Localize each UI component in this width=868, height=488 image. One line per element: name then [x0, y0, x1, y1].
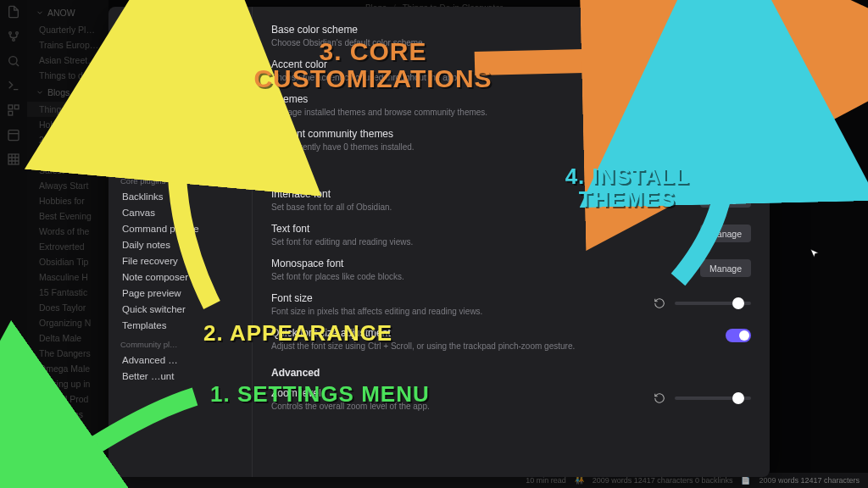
svg-point-2	[13, 39, 15, 42]
manage-button[interactable]: Manage	[700, 225, 751, 242]
svg-rect-7	[8, 130, 19, 141]
fork-icon[interactable]	[7, 30, 20, 46]
section-heading: Font	[271, 158, 751, 183]
file-explorer: ANOW Quarterly Pl… Trains Europ… Asian S…	[27, 0, 108, 488]
manage-button[interactable]: Manage	[700, 190, 751, 208]
list-item[interactable]: Waking up in	[27, 376, 108, 391]
list-item[interactable]: Masculine H	[27, 269, 108, 285]
setting-label: Font size	[271, 292, 639, 304]
sidebar-item-quick-switcher[interactable]: Quick switcher	[115, 301, 245, 317]
list-item[interactable]: Things to do…	[27, 68, 108, 83]
sidebar-item-file-recovery[interactable]: File recovery	[115, 252, 245, 269]
sidebar-item-page-preview[interactable]: Page preview	[115, 285, 245, 301]
sidebar-item-command-palette[interactable]: Command palette	[115, 220, 245, 236]
list-item[interactable]: Obsidian Tip	[27, 254, 108, 269]
sidebar-item-note-composer[interactable]: Note composer	[115, 269, 245, 285]
reset-icon[interactable]	[649, 294, 670, 313]
setting-label: Interface font	[271, 188, 690, 200]
reset-icon[interactable]	[710, 60, 731, 79]
list-item[interactable]: 15 Fantastic	[27, 285, 108, 300]
settings-modal: ✕ Search settings... Options Editor File…	[108, 7, 770, 477]
setting-label: Themes	[271, 93, 590, 105]
calendar-icon[interactable]	[7, 128, 20, 144]
sidebar-item-community-plugins[interactable]: Communit…	[115, 153, 245, 169]
setting-label: Quick font size adjustment	[271, 327, 715, 339]
list-item[interactable]: Best Evening	[27, 208, 108, 224]
list-item[interactable]: Always Start	[27, 178, 108, 193]
sidebar-item-advanced[interactable]: Advanced …	[115, 352, 245, 368]
section-heading: Advanced	[271, 357, 751, 382]
list-item[interactable]: Take Bible N	[27, 147, 108, 163]
svg-rect-4	[8, 105, 13, 109]
list-item[interactable]: Safest Trave	[27, 163, 108, 178]
svg-rect-5	[14, 105, 19, 109]
sidebar-item-templates[interactable]: Templates	[115, 317, 245, 333]
sidebar-item-hotkeys[interactable]: Hotkeys	[115, 105, 245, 121]
settings-sidebar: Search settings... Options Editor Files …	[108, 7, 253, 477]
table-icon[interactable]	[7, 152, 20, 169]
reset-icon[interactable]	[649, 389, 670, 408]
cursor-icon	[809, 247, 821, 263]
sidebar-item-canvas[interactable]: Canvas	[115, 204, 245, 220]
sidebar-item-about[interactable]: About	[115, 121, 245, 137]
zoom-slider[interactable]	[675, 396, 751, 400]
sidebar-item-better[interactable]: Better …unt	[115, 368, 245, 384]
svg-rect-6	[8, 111, 13, 115]
setting-label: Text font	[271, 223, 690, 235]
setting-label: Base color scheme	[271, 24, 682, 36]
svg-point-1	[16, 32, 19, 35]
quick-font-toggle[interactable]	[726, 329, 751, 342]
terminal-icon[interactable]	[7, 79, 20, 95]
themes-dropdown[interactable]: Default	[626, 95, 695, 114]
list-item[interactable]: Words of the	[27, 224, 108, 239]
setting-label: Current community themes	[271, 128, 751, 140]
list-item[interactable]: Hobbies for	[27, 193, 108, 208]
svg-point-3	[9, 57, 17, 64]
search-input[interactable]: Search settings...	[115, 15, 245, 31]
vault-icon[interactable]	[7, 423, 20, 439]
sidebar-item-backlinks[interactable]: Backlinks	[115, 188, 245, 204]
setting-label: Monospace font	[271, 258, 690, 269]
list-item[interactable]: Organizing N	[27, 315, 108, 330]
setting-label: Accent color	[271, 58, 700, 70]
list-item[interactable]: Quarterly Pl…	[27, 22, 108, 37]
list-item[interactable]: Trains Europ…	[27, 37, 108, 53]
list-item[interactable]: The Dangers	[27, 346, 108, 361]
left-ribbon	[0, 0, 27, 488]
sidebar-item-appearance[interactable]: Appearance	[115, 89, 245, 105]
list-item[interactable]: Asian Street…	[27, 53, 108, 68]
font-size-slider[interactable]	[675, 302, 751, 305]
search-icon[interactable]	[7, 54, 20, 70]
setting-label: Zoom level	[271, 387, 639, 399]
sidebar-item-core-plugins[interactable]: Core plugin	[115, 137, 245, 153]
svg-point-11	[122, 19, 129, 26]
accent-color-swatch[interactable]	[736, 62, 751, 77]
settings-content: Base color scheme Choose Obsidian's defa…	[253, 7, 770, 477]
svg-point-0	[9, 32, 12, 35]
list-item[interactable]: Does Taylor	[27, 300, 108, 315]
folder-icon[interactable]	[600, 95, 620, 114]
manage-button[interactable]: Manage	[700, 259, 751, 277]
switcher-icon[interactable]	[7, 103, 20, 119]
svg-rect-8	[8, 154, 19, 164]
sidebar-item-daily-notes[interactable]: Daily notes	[115, 236, 245, 252]
list-item[interactable]: Omega Male	[27, 361, 108, 376]
files-icon[interactable]	[7, 5, 20, 21]
sidebar-item-files-links[interactable]: Files & Links	[115, 73, 245, 89]
close-icon[interactable]: ✕	[750, 14, 761, 26]
list-item[interactable]: 2023 Safest	[27, 132, 108, 147]
color-scheme-dropdown[interactable]: Dark	[692, 25, 751, 44]
list-item[interactable]: Absurd Prod	[27, 391, 108, 407]
list-item[interactable]: …avel Tips	[27, 407, 108, 422]
manage-themes-button[interactable]: Manage	[700, 96, 751, 114]
list-item[interactable]: Delta Male	[27, 330, 108, 346]
help-icon[interactable]	[7, 447, 20, 463]
sidebar-item-editor[interactable]: Editor	[115, 57, 245, 73]
list-item[interactable]: Extroverted	[27, 239, 108, 254]
list-item[interactable]: Hobbies for	[27, 117, 108, 132]
list-item[interactable]: Things to Do	[27, 102, 108, 117]
